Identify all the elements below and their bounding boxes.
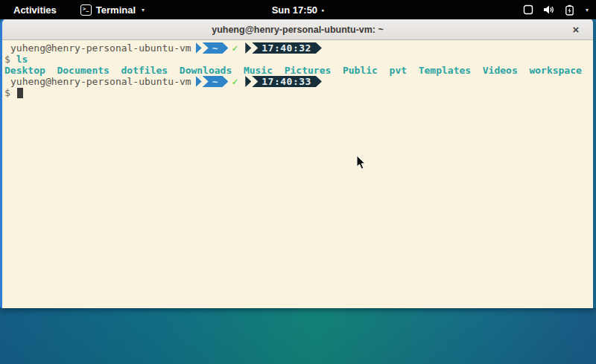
terminal-cursor [17,88,23,98]
prompt-symbol: $ [4,54,10,65]
volume-icon [543,4,555,15]
typed-command: ls [16,54,28,65]
battery-charging-icon [565,4,574,16]
prompt-symbol: $ [4,87,10,98]
directory-list: Desktop Documents dotfiles Downloads Mus… [4,65,582,76]
app-menu-terminal[interactable]: >_ Terminal ▾ [80,4,145,16]
prompt-dir-segment: ~ [203,76,229,87]
powerline-arrow-icon [196,42,202,54]
prompt-time-segment: 17:40:33 [252,76,322,87]
powerline-arrow-icon [196,76,202,87]
ls-output-line: Desktop Documents dotfiles Downloads Mus… [4,65,593,76]
screen-icon [523,4,533,15]
terminal-icon: >_ [80,4,92,16]
current-input-line: $ [4,87,593,98]
check-icon: ✓ [232,76,238,87]
prompt-line-1: yuheng@henry-personal-ubuntu-vm ~ ✓ 17:4… [4,42,593,54]
terminal-window: yuheng@henry-personal-ubuntu-vm: ~ × yuh… [0,19,596,308]
close-icon[interactable]: × [569,23,583,36]
window-title: yuheng@henry-personal-ubuntu-vm: ~ [212,25,384,35]
prompt-user-host: yuheng@henry-personal-ubuntu-vm [4,76,191,87]
clock-label[interactable]: Sun 17:50 [272,4,317,16]
window-titlebar[interactable]: yuheng@henry-personal-ubuntu-vm: ~ × [2,19,593,40]
powerline-arrow-icon [245,76,251,87]
command-line: $ ls [4,54,593,65]
prompt-time-segment: 17:40:32 [252,42,322,54]
system-status-area[interactable]: ▾ [523,4,589,16]
activities-button[interactable]: Activities [9,3,61,17]
prompt-user-host: yuheng@henry-personal-ubuntu-vm [4,42,191,54]
check-icon: ✓ [232,42,238,54]
app-menu-label: Terminal [96,4,136,16]
chevron-down-icon: ▾ [142,7,145,13]
prompt-dir-segment: ~ [203,42,229,54]
prompt-line-2: yuheng@henry-personal-ubuntu-vm ~ ✓ 17:4… [4,76,593,87]
notification-dot-icon: ● [321,7,324,13]
top-bar: Activities >_ Terminal ▾ Sun 17:50 ● ▾ [0,0,596,19]
powerline-arrow-icon [245,42,251,54]
terminal-screen[interactable]: yuheng@henry-personal-ubuntu-vm ~ ✓ 17:4… [2,40,593,307]
caret-down-icon: ▾ [586,7,589,13]
